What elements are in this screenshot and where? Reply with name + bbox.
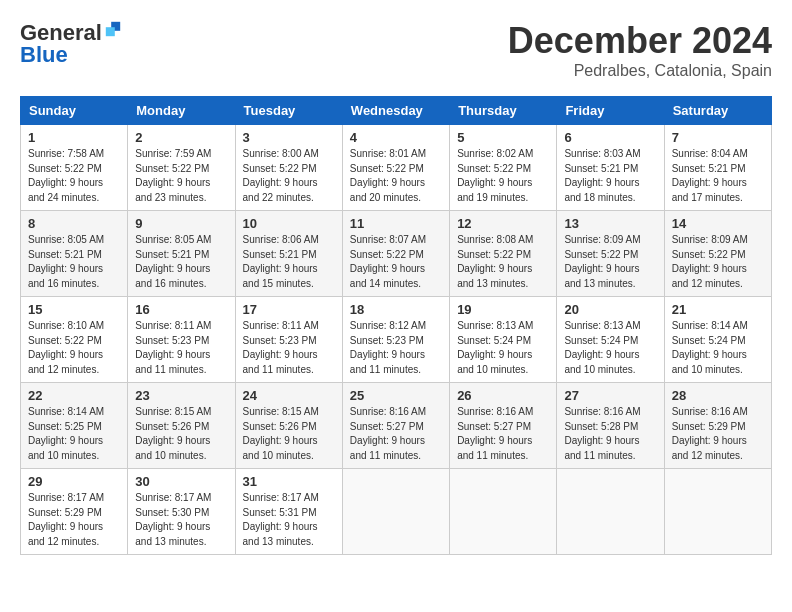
day-details: Sunrise: 8:10 AMSunset: 5:22 PMDaylight:…	[28, 319, 120, 377]
day-number: 3	[243, 130, 335, 145]
calendar-cell: 16Sunrise: 8:11 AMSunset: 5:23 PMDayligh…	[128, 297, 235, 383]
day-number: 26	[457, 388, 549, 403]
weekday-header-tuesday: Tuesday	[235, 97, 342, 125]
calendar-week-4: 22Sunrise: 8:14 AMSunset: 5:25 PMDayligh…	[21, 383, 772, 469]
calendar-cell: 6Sunrise: 8:03 AMSunset: 5:21 PMDaylight…	[557, 125, 664, 211]
day-number: 25	[350, 388, 442, 403]
calendar-cell: 7Sunrise: 8:04 AMSunset: 5:21 PMDaylight…	[664, 125, 771, 211]
day-number: 8	[28, 216, 120, 231]
weekday-header-thursday: Thursday	[450, 97, 557, 125]
calendar-cell: 1Sunrise: 7:58 AMSunset: 5:22 PMDaylight…	[21, 125, 128, 211]
month-title: December 2024	[508, 20, 772, 62]
calendar-cell: 25Sunrise: 8:16 AMSunset: 5:27 PMDayligh…	[342, 383, 449, 469]
calendar-week-1: 1Sunrise: 7:58 AMSunset: 5:22 PMDaylight…	[21, 125, 772, 211]
calendar-cell	[450, 469, 557, 555]
day-details: Sunrise: 8:09 AMSunset: 5:22 PMDaylight:…	[564, 233, 656, 291]
weekday-header-sunday: Sunday	[21, 97, 128, 125]
day-details: Sunrise: 8:15 AMSunset: 5:26 PMDaylight:…	[135, 405, 227, 463]
calendar-cell: 28Sunrise: 8:16 AMSunset: 5:29 PMDayligh…	[664, 383, 771, 469]
day-details: Sunrise: 8:05 AMSunset: 5:21 PMDaylight:…	[135, 233, 227, 291]
day-number: 22	[28, 388, 120, 403]
day-number: 7	[672, 130, 764, 145]
day-details: Sunrise: 8:14 AMSunset: 5:24 PMDaylight:…	[672, 319, 764, 377]
calendar-cell: 4Sunrise: 8:01 AMSunset: 5:22 PMDaylight…	[342, 125, 449, 211]
day-number: 27	[564, 388, 656, 403]
day-details: Sunrise: 8:16 AMSunset: 5:28 PMDaylight:…	[564, 405, 656, 463]
day-number: 19	[457, 302, 549, 317]
calendar-cell: 11Sunrise: 8:07 AMSunset: 5:22 PMDayligh…	[342, 211, 449, 297]
calendar-cell	[342, 469, 449, 555]
page-header: General Blue December 2024 Pedralbes, Ca…	[20, 20, 772, 80]
day-details: Sunrise: 8:11 AMSunset: 5:23 PMDaylight:…	[135, 319, 227, 377]
calendar-cell	[664, 469, 771, 555]
day-details: Sunrise: 8:06 AMSunset: 5:21 PMDaylight:…	[243, 233, 335, 291]
day-number: 28	[672, 388, 764, 403]
day-details: Sunrise: 8:08 AMSunset: 5:22 PMDaylight:…	[457, 233, 549, 291]
weekday-header-saturday: Saturday	[664, 97, 771, 125]
day-details: Sunrise: 8:03 AMSunset: 5:21 PMDaylight:…	[564, 147, 656, 205]
weekday-header-row: SundayMondayTuesdayWednesdayThursdayFrid…	[21, 97, 772, 125]
weekday-header-wednesday: Wednesday	[342, 97, 449, 125]
logo-blue-text: Blue	[20, 42, 68, 68]
day-number: 21	[672, 302, 764, 317]
calendar-cell: 8Sunrise: 8:05 AMSunset: 5:21 PMDaylight…	[21, 211, 128, 297]
calendar-cell: 29Sunrise: 8:17 AMSunset: 5:29 PMDayligh…	[21, 469, 128, 555]
day-details: Sunrise: 8:15 AMSunset: 5:26 PMDaylight:…	[243, 405, 335, 463]
calendar-cell: 24Sunrise: 8:15 AMSunset: 5:26 PMDayligh…	[235, 383, 342, 469]
day-details: Sunrise: 8:13 AMSunset: 5:24 PMDaylight:…	[564, 319, 656, 377]
day-details: Sunrise: 8:17 AMSunset: 5:30 PMDaylight:…	[135, 491, 227, 549]
day-details: Sunrise: 8:16 AMSunset: 5:27 PMDaylight:…	[350, 405, 442, 463]
calendar-cell: 12Sunrise: 8:08 AMSunset: 5:22 PMDayligh…	[450, 211, 557, 297]
day-details: Sunrise: 8:04 AMSunset: 5:21 PMDaylight:…	[672, 147, 764, 205]
day-details: Sunrise: 8:00 AMSunset: 5:22 PMDaylight:…	[243, 147, 335, 205]
day-number: 16	[135, 302, 227, 317]
calendar-cell: 20Sunrise: 8:13 AMSunset: 5:24 PMDayligh…	[557, 297, 664, 383]
calendar-week-2: 8Sunrise: 8:05 AMSunset: 5:21 PMDaylight…	[21, 211, 772, 297]
location-title: Pedralbes, Catalonia, Spain	[508, 62, 772, 80]
day-details: Sunrise: 8:17 AMSunset: 5:29 PMDaylight:…	[28, 491, 120, 549]
day-number: 12	[457, 216, 549, 231]
day-details: Sunrise: 8:05 AMSunset: 5:21 PMDaylight:…	[28, 233, 120, 291]
day-details: Sunrise: 8:02 AMSunset: 5:22 PMDaylight:…	[457, 147, 549, 205]
calendar-cell: 21Sunrise: 8:14 AMSunset: 5:24 PMDayligh…	[664, 297, 771, 383]
logo: General Blue	[20, 20, 122, 68]
calendar-cell: 3Sunrise: 8:00 AMSunset: 5:22 PMDaylight…	[235, 125, 342, 211]
day-details: Sunrise: 8:11 AMSunset: 5:23 PMDaylight:…	[243, 319, 335, 377]
day-number: 31	[243, 474, 335, 489]
calendar-cell: 15Sunrise: 8:10 AMSunset: 5:22 PMDayligh…	[21, 297, 128, 383]
weekday-header-monday: Monday	[128, 97, 235, 125]
calendar-cell: 22Sunrise: 8:14 AMSunset: 5:25 PMDayligh…	[21, 383, 128, 469]
day-details: Sunrise: 8:09 AMSunset: 5:22 PMDaylight:…	[672, 233, 764, 291]
day-number: 23	[135, 388, 227, 403]
calendar-cell: 19Sunrise: 8:13 AMSunset: 5:24 PMDayligh…	[450, 297, 557, 383]
calendar-cell: 10Sunrise: 8:06 AMSunset: 5:21 PMDayligh…	[235, 211, 342, 297]
calendar-cell: 14Sunrise: 8:09 AMSunset: 5:22 PMDayligh…	[664, 211, 771, 297]
calendar-cell: 17Sunrise: 8:11 AMSunset: 5:23 PMDayligh…	[235, 297, 342, 383]
logo-icon	[104, 20, 122, 38]
day-details: Sunrise: 8:13 AMSunset: 5:24 PMDaylight:…	[457, 319, 549, 377]
title-block: December 2024 Pedralbes, Catalonia, Spai…	[508, 20, 772, 80]
day-number: 15	[28, 302, 120, 317]
day-number: 11	[350, 216, 442, 231]
day-number: 13	[564, 216, 656, 231]
calendar-cell: 5Sunrise: 8:02 AMSunset: 5:22 PMDaylight…	[450, 125, 557, 211]
day-details: Sunrise: 8:07 AMSunset: 5:22 PMDaylight:…	[350, 233, 442, 291]
calendar-cell: 9Sunrise: 8:05 AMSunset: 5:21 PMDaylight…	[128, 211, 235, 297]
day-number: 2	[135, 130, 227, 145]
day-details: Sunrise: 8:01 AMSunset: 5:22 PMDaylight:…	[350, 147, 442, 205]
calendar-cell: 31Sunrise: 8:17 AMSunset: 5:31 PMDayligh…	[235, 469, 342, 555]
day-number: 5	[457, 130, 549, 145]
calendar-cell: 30Sunrise: 8:17 AMSunset: 5:30 PMDayligh…	[128, 469, 235, 555]
day-number: 17	[243, 302, 335, 317]
day-number: 24	[243, 388, 335, 403]
calendar-cell: 18Sunrise: 8:12 AMSunset: 5:23 PMDayligh…	[342, 297, 449, 383]
day-number: 18	[350, 302, 442, 317]
day-number: 4	[350, 130, 442, 145]
day-number: 20	[564, 302, 656, 317]
calendar-cell: 13Sunrise: 8:09 AMSunset: 5:22 PMDayligh…	[557, 211, 664, 297]
calendar-week-3: 15Sunrise: 8:10 AMSunset: 5:22 PMDayligh…	[21, 297, 772, 383]
day-number: 29	[28, 474, 120, 489]
day-details: Sunrise: 7:58 AMSunset: 5:22 PMDaylight:…	[28, 147, 120, 205]
calendar-week-5: 29Sunrise: 8:17 AMSunset: 5:29 PMDayligh…	[21, 469, 772, 555]
day-details: Sunrise: 8:16 AMSunset: 5:29 PMDaylight:…	[672, 405, 764, 463]
